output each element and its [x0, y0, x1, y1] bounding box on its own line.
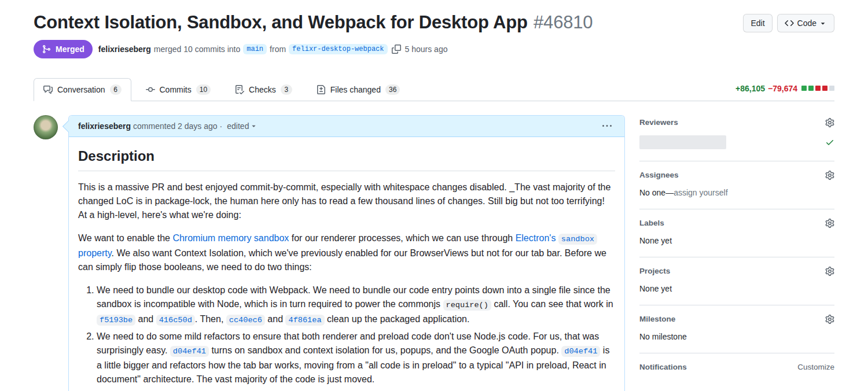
separator-dot: ·	[220, 121, 223, 131]
comment-options-kebab-button[interactable]	[599, 121, 615, 131]
base-branch-label[interactable]: main	[243, 44, 267, 54]
byline-text: merged 10 commits into	[154, 45, 240, 54]
assignees-title: Assignees	[639, 171, 679, 179]
git-merge-icon	[42, 45, 51, 54]
head-branch-label[interactable]: felixr-desktop-webpack	[289, 44, 387, 54]
electron-sandbox-link[interactable]: Electron's	[516, 233, 556, 243]
comment-body: Description This is a massive PR and bes…	[69, 137, 624, 391]
assignees-body: No one—assign yourself	[639, 188, 834, 197]
comment-timestamp-link[interactable]: 2 days ago	[178, 121, 218, 131]
edited-label: edited	[227, 121, 249, 131]
comment-wrap: felixrieseberg commented 2 days ago · ed…	[34, 115, 625, 391]
kebab-horizontal-icon	[602, 121, 612, 131]
tab-label: Commits	[160, 84, 192, 95]
text-run: call. You can see that work in	[494, 299, 613, 309]
comment-discussion-icon	[43, 85, 53, 94]
diff-block-neutral	[829, 86, 834, 91]
text-run: for our renderer processes, which we can…	[289, 233, 515, 243]
commit-link[interactable]: f5193be	[97, 315, 135, 326]
checklist-icon	[235, 85, 244, 94]
diff-block-added	[808, 86, 814, 91]
electron-sandbox-link-code[interactable]: sandbox	[558, 234, 597, 245]
notifications-title: Notifications	[639, 363, 687, 371]
diffstat-deletions: −79,674	[768, 84, 797, 93]
labels-title-row[interactable]: Labels	[639, 219, 834, 228]
commit-link[interactable]: d04ef41	[561, 346, 600, 357]
milestone-title-row[interactable]: Milestone	[639, 315, 834, 324]
commit-link[interactable]: 416c50d	[156, 315, 195, 326]
assign-yourself-link[interactable]: assign yourself	[674, 188, 727, 197]
milestone-title: Milestone	[639, 315, 675, 323]
text-run: and	[267, 314, 285, 324]
pr-status-row: Merged felixrieseberg merged 10 commits …	[34, 40, 834, 58]
header-actions: Edit Code	[743, 12, 834, 32]
code-icon	[785, 19, 794, 28]
code-button-label: Code	[797, 19, 816, 28]
diffstat-additions: +86,105	[735, 84, 765, 93]
gear-icon[interactable]	[825, 118, 834, 127]
commit-link[interactable]: cc40ec6	[226, 315, 265, 326]
list-item: We need to do some mild refactors to ens…	[97, 330, 615, 386]
tab-label: Conversation	[57, 84, 105, 95]
text-run: . We also want Context Isolation, which …	[78, 248, 606, 272]
pr-main: felixrieseberg commented 2 days ago · ed…	[34, 115, 834, 391]
reviewers-title: Reviewers	[639, 118, 678, 127]
sidebar-section-assignees: Assignees No one—assign yourself	[639, 161, 834, 209]
diffstat[interactable]: +86,105 −79,674	[735, 84, 834, 93]
pr-page: Context Isolation, Sandbox, and Webpack …	[34, 0, 834, 391]
sidebar: Reviewers Assignees No one—assign yourse…	[639, 115, 834, 383]
text-run: We want to enable the	[78, 233, 172, 243]
tab-files-changed[interactable]: Files changed 36	[307, 78, 410, 101]
customize-link[interactable]: Customize	[797, 363, 834, 371]
merged-time: 5 hours ago	[405, 45, 448, 54]
gear-icon[interactable]	[825, 315, 834, 324]
edit-button[interactable]: Edit	[743, 14, 772, 32]
commit-link[interactable]: 4f861ea	[285, 315, 324, 326]
merged-status-badge: Merged	[34, 40, 93, 58]
gear-icon[interactable]	[825, 267, 834, 276]
pr-header: Context Isolation, Sandbox, and Webpack …	[34, 12, 834, 34]
tab-counter: 3	[281, 84, 292, 95]
paragraph: This is a massive PR and best enjoyed co…	[78, 180, 615, 222]
assignees-title-row[interactable]: Assignees	[639, 171, 834, 180]
tab-list: Conversation 6 Commits 10 Checks 3 Files…	[34, 78, 834, 101]
reviewers-title-row[interactable]: Reviewers	[639, 118, 834, 127]
comment-action: commented	[133, 121, 175, 131]
tab-conversation[interactable]: Conversation 6	[34, 78, 131, 101]
diff-block-added	[801, 86, 807, 91]
copy-icon	[392, 45, 401, 54]
tab-label: Checks	[249, 84, 276, 95]
text-run: . Then,	[195, 314, 226, 324]
chromium-sandbox-link[interactable]: Chromium memory sandbox	[172, 233, 289, 243]
text-run: clean up the packaged application.	[325, 314, 470, 324]
reviewer-name-redacted[interactable]	[639, 135, 726, 149]
sidebar-section-milestone: Milestone No milestone	[639, 305, 834, 353]
sidebar-section-reviewers: Reviewers	[639, 115, 834, 161]
gear-icon[interactable]	[825, 171, 834, 180]
pr-tabnav: Conversation 6 Commits 10 Checks 3 Files…	[34, 78, 834, 101]
merged-status-label: Merged	[56, 45, 84, 54]
avatar[interactable]	[34, 115, 58, 139]
tab-checks[interactable]: Checks 3	[225, 78, 302, 101]
comment-author-link[interactable]: felixrieseberg	[78, 121, 131, 131]
pr-byline: felixrieseberg merged 10 commits into ma…	[98, 44, 448, 54]
commit-link[interactable]: d04ef41	[170, 346, 209, 357]
sidebar-section-projects: Projects None yet	[639, 257, 834, 305]
tab-commits[interactable]: Commits 10	[136, 78, 221, 101]
code-dropdown-button[interactable]: Code	[777, 14, 834, 32]
electron-sandbox-link[interactable]: property	[78, 248, 112, 258]
copy-branch-button[interactable]	[391, 45, 402, 54]
notifications-title-row: Notifications Customize	[639, 363, 834, 371]
edited-dropdown[interactable]: edited	[227, 121, 258, 131]
timeline: felixrieseberg commented 2 days ago · ed…	[34, 115, 625, 391]
text-run: turns on sandbox and context isolation f…	[211, 345, 561, 355]
pr-author-link[interactable]: felixrieseberg	[98, 45, 151, 54]
pr-title-text: Context Isolation, Sandbox, and Webpack …	[34, 12, 528, 32]
sidebar-section-notifications: Notifications Customize	[639, 353, 834, 383]
assignees-empty-text: No one—	[639, 188, 674, 197]
gear-icon[interactable]	[825, 219, 834, 228]
diff-block-deleted	[815, 86, 821, 91]
chevron-down-icon	[819, 19, 827, 27]
tab-label: Files changed	[330, 84, 381, 95]
projects-title-row[interactable]: Projects	[639, 267, 834, 276]
